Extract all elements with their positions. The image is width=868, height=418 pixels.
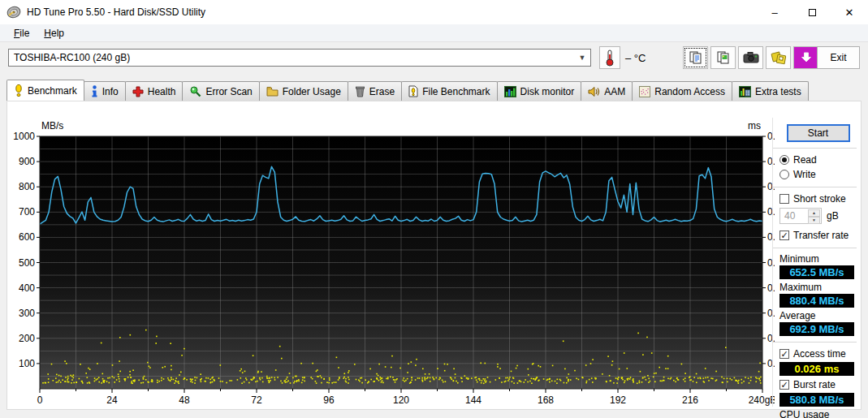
short-stroke-unit: gB [827, 210, 839, 222]
svg-text:500: 500 [19, 257, 35, 269]
tab-label: Info [102, 86, 119, 97]
checkbox-checked-icon: ✓ [779, 380, 789, 390]
aam-speaker-icon [588, 86, 600, 97]
tab-label: Health [148, 86, 176, 97]
tab-info[interactable]: Info [84, 81, 126, 101]
svg-text:ms: ms [748, 120, 761, 131]
svg-text:600: 600 [19, 231, 35, 243]
benchmark-panel: MB/sms10009008007006005004003002001000.5… [6, 101, 862, 410]
burst-rate-label: Burst rate [793, 379, 836, 390]
short-stroke-label: Short stroke [793, 193, 846, 205]
checkbox-checked-icon: ✓ [779, 231, 789, 240]
maximum-label: Maximum [779, 282, 857, 293]
drive-select[interactable]: TOSHIBA-RC100 (240 gB) ▼ [8, 49, 591, 67]
benchmark-chart: MB/sms10009008007006005004003002001000.5… [7, 116, 775, 410]
write-label: Write [793, 169, 816, 180]
tab-benchmark[interactable]: Benchmark [6, 80, 84, 101]
svg-text:0: 0 [37, 394, 43, 406]
spin-down-icon: ▼ [808, 217, 820, 224]
benchmark-controls: Start Read Write Short stroke 40 ▲▼ gB [772, 118, 858, 407]
copy-image-icon [716, 50, 731, 65]
tab-file-benchmark[interactable]: File Benchmark [401, 81, 497, 101]
read-label: Read [793, 154, 817, 166]
temperature-button[interactable] [599, 46, 620, 69]
tab-random-access[interactable]: Random Access [632, 81, 732, 101]
average-label: Average [779, 310, 857, 321]
tab-label: File Benchmark [422, 86, 490, 97]
download-button[interactable] [793, 46, 818, 69]
menu-file[interactable]: File [6, 26, 37, 41]
short-stroke-size-spinner[interactable]: 40 ▲▼ [779, 208, 822, 224]
tab-erase[interactable]: Erase [348, 81, 402, 101]
erase-trash-icon [355, 85, 365, 97]
minimum-label: Minimum [779, 253, 857, 265]
svg-text:96: 96 [323, 394, 335, 406]
minimize-button[interactable]: – [756, 0, 793, 24]
minimum-value: 652.5 MB/s [779, 265, 854, 279]
file-benchmark-file-icon [408, 85, 418, 97]
spin-up-icon: ▲ [808, 209, 820, 217]
svg-text:200: 200 [19, 333, 35, 344]
divider [773, 248, 857, 248]
access-time-checkbox[interactable]: ✓ Access time [779, 347, 857, 360]
window-title: HD Tune Pro 5.50 - Hard Disk/SSD Utility [27, 6, 205, 18]
temperature-value: – °C [625, 52, 646, 64]
download-arrow-icon [800, 51, 813, 64]
tab-label: Error Scan [205, 86, 252, 97]
cpu-usage-label: CPU usage [779, 409, 857, 418]
folder-usage-folder-icon [266, 86, 279, 97]
short-stroke-checkbox[interactable]: Short stroke [779, 192, 857, 205]
tab-health[interactable]: Health [125, 81, 184, 101]
svg-text:192: 192 [610, 394, 626, 406]
burst-rate-checkbox[interactable]: ✓ Burst rate [779, 378, 857, 391]
thermometer-icon [605, 49, 615, 67]
close-button[interactable]: ✕ [831, 0, 868, 24]
svg-text:300: 300 [19, 308, 35, 319]
tab-extra-tests[interactable]: Extra tests [732, 81, 809, 101]
menu-help[interactable]: Help [37, 26, 71, 41]
spinner-buttons[interactable]: ▲▼ [808, 209, 820, 222]
maximize-button[interactable] [793, 0, 831, 24]
screenshot-button[interactable] [738, 46, 763, 69]
extra-tests-chart-icon [739, 86, 751, 97]
exit-button[interactable]: Exit [817, 46, 860, 69]
transfer-rate-label: Transfer rate [793, 230, 849, 241]
average-value: 692.9 MB/s [779, 322, 854, 336]
start-button[interactable]: Start [787, 124, 850, 142]
tab-label: Erase [369, 86, 395, 97]
svg-text:144: 144 [465, 394, 482, 406]
tab-aam[interactable]: AAM [581, 81, 633, 101]
tabbar: Benchmark Info Health Error Scan [6, 80, 808, 101]
radio-selected-icon [779, 155, 789, 165]
svg-text:1000: 1000 [13, 131, 35, 142]
svg-text:216: 216 [682, 394, 698, 406]
tab-folder-usage[interactable]: Folder Usage [259, 81, 348, 101]
copy-text-button[interactable] [683, 46, 708, 69]
copy-text-icon [689, 50, 703, 65]
transfer-rate-chart: MB/sms10009008007006005004003002001000.5… [7, 116, 775, 410]
access-time-value: 0.026 ms [779, 362, 854, 376]
divider [773, 342, 857, 343]
info-icon [91, 85, 98, 97]
disk-monitor-chart-icon [504, 86, 516, 97]
menubar: File Help [0, 24, 868, 42]
transfer-rate-checkbox[interactable]: ✓ Transfer rate [779, 229, 857, 242]
tab-label: Extra tests [755, 86, 801, 97]
svg-text:MB/s: MB/s [41, 120, 63, 131]
save-button[interactable] [766, 46, 791, 69]
tab-error-scan[interactable]: Error Scan [182, 81, 259, 101]
tab-disk-monitor[interactable]: Disk monitor [497, 81, 582, 101]
app-window: HD Tune Pro 5.50 - Hard Disk/SSD Utility… [0, 0, 868, 418]
toolbar: TOSHIBA-RC100 (240 gB) ▼ – °C [0, 43, 868, 79]
svg-text:400: 400 [19, 282, 35, 294]
tab-label: Benchmark [28, 85, 77, 97]
read-radio[interactable]: Read [779, 153, 857, 166]
svg-text:240gB: 240gB [749, 394, 775, 406]
svg-text:168: 168 [538, 394, 554, 406]
copy-image-button[interactable] [710, 46, 736, 69]
svg-text:800: 800 [19, 181, 35, 192]
divider [773, 187, 857, 187]
camera-icon [743, 51, 759, 64]
write-radio[interactable]: Write [779, 168, 857, 181]
tab-label: Folder Usage [283, 86, 341, 97]
